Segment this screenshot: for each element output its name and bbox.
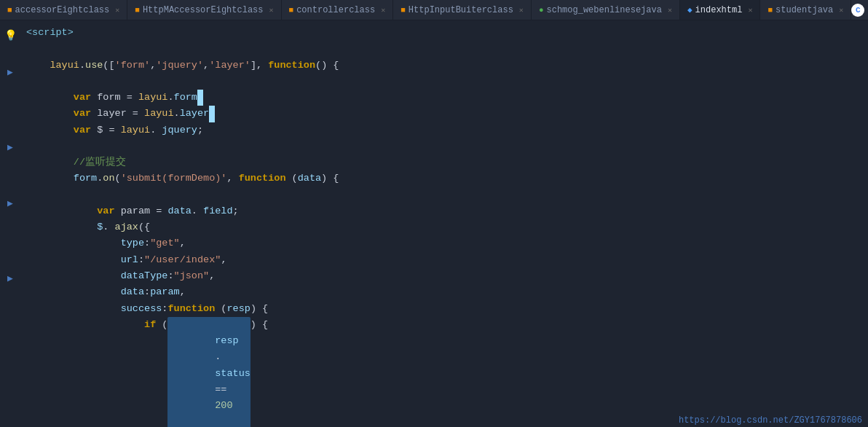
code-line-14: type : "get" , (26, 235, 868, 251)
tab-close-4[interactable]: ✕ (668, 6, 672, 15)
selection-resp-status: resp . status == 200 (167, 317, 250, 427)
status-bar: https://blog.csdn.net/ZGY1767878606 (673, 414, 868, 427)
browser-icons: C f O e e (851, 4, 868, 17)
code-line-9: //监听提交 (26, 154, 868, 171)
layui-use: layui (50, 58, 79, 74)
cursor (197, 90, 203, 106)
code-line-7: var $ = layui . jquery ; (26, 122, 868, 138)
code-line-3: layui.use(['form','jquery','layer'], fun… (26, 58, 868, 74)
code-line-8 (26, 138, 868, 154)
code-line-12: var param = data . field ; (26, 203, 868, 219)
code-line-16: dataType : "json" , (26, 268, 868, 284)
code-editor[interactable]: <script> layui.use(['form','jquery','lay… (20, 20, 868, 427)
gutter-bulb: 💡 (4, 28, 17, 44)
tab-close-0[interactable]: ✕ (115, 6, 119, 15)
tab-icon-6: ■ (768, 6, 773, 15)
gutter-arrow-1: ▶ (7, 66, 13, 81)
tab-bar: ■ accessorEightclass ✕ ■ HttpMAccessorEi… (0, 0, 868, 20)
tab-schmog-webenlinesejava[interactable]: ● schmog_webenlinesejava ✕ (532, 0, 680, 20)
keyword-function-1: function (268, 58, 315, 74)
code-line-1: <script> (26, 25, 868, 41)
tab-indexhtml[interactable]: ◆ indexhtml ✕ (680, 0, 760, 20)
tab-icon-0: ■ (7, 6, 12, 15)
tab-close-6[interactable]: ✕ (839, 6, 843, 15)
tab-icon-1: ■ (135, 6, 140, 15)
keyword-function-2: function (239, 171, 286, 187)
code-line-5: var form = layui . form (26, 90, 868, 106)
code-line-10: form . on ( 'submit(formDemo)' , functio… (26, 171, 868, 187)
code-line-6: var layer = layui . layer (26, 106, 868, 122)
tab-controllerclass[interactable]: ■ controllerclass ✕ (282, 0, 394, 20)
main-area: 💡 ▶ ▶ ▶ ▶ <script> layui.use(['form','jq… (0, 20, 868, 427)
tab-icon-4: ● (539, 6, 544, 15)
gutter-arrow-2: ▶ (7, 141, 13, 156)
code-line-18: success : function ( resp ) { (26, 301, 868, 317)
code-line-17: data : param , (26, 284, 868, 300)
gutter: 💡 ▶ ▶ ▶ ▶ (0, 20, 20, 427)
code-line-15: url : "/user/index" , (26, 252, 868, 268)
cursor-2 (209, 106, 215, 122)
tab-HttpInputBuiterclass[interactable]: ■ HttpInputBuiterclass ✕ (393, 0, 532, 20)
keyword-function-3: function (167, 301, 215, 317)
tab-close-3[interactable]: ✕ (519, 6, 524, 15)
tab-close-5[interactable]: ✕ (748, 6, 752, 15)
tab-accessorEightclass[interactable]: ■ accessorEightclass ✕ (0, 0, 127, 20)
tab-close-2[interactable]: ✕ (381, 6, 385, 15)
tab-icon-3: ■ (401, 6, 406, 15)
chrome-icon[interactable]: C (851, 4, 864, 17)
line-content-1: <script> (26, 25, 74, 41)
code-line-2 (26, 41, 868, 57)
code-line-13: $ . ajax ({ (26, 219, 868, 235)
tab-HttpMAccessorEightclass[interactable]: ■ HttpMAccessorEightclass ✕ (127, 0, 281, 20)
tab-studentjava[interactable]: ■ studentjava ✕ (760, 0, 851, 20)
tab-icon-2: ■ (289, 6, 294, 15)
code-line-11 (26, 187, 868, 203)
gutter-arrow-3: ▶ (7, 197, 13, 212)
gutter-arrow-4: ▶ (7, 272, 13, 287)
tab-icon-5: ◆ (687, 5, 693, 15)
comment-listen: //监听提交 (74, 154, 126, 171)
status-url: https://blog.csdn.net/ZGY1767878606 (679, 415, 862, 426)
code-line-4 (26, 74, 868, 90)
tab-close-1[interactable]: ✕ (269, 6, 274, 15)
code-line-19: if ( resp . status == 200 ) { (26, 317, 868, 427)
